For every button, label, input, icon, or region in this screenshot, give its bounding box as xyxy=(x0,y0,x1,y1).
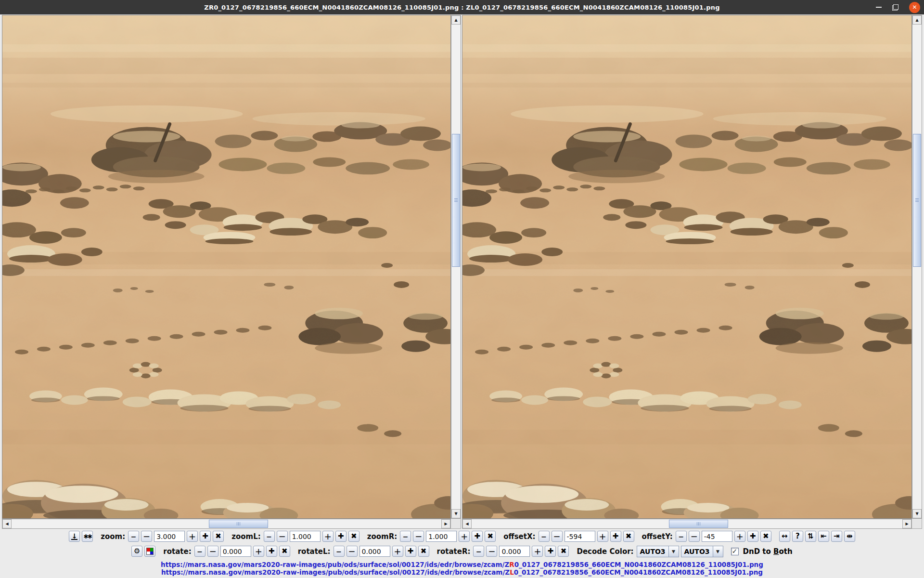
zoom-decrement-small-button[interactable]: − xyxy=(128,531,139,542)
offsetX-decrement-small-button[interactable]: − xyxy=(539,531,550,542)
right-eye-url-link[interactable]: https://mars.nasa.gov/mars2020-raw-image… xyxy=(0,561,924,568)
left-eye-url-link[interactable]: https://mars.nasa.gov/mars2020-raw-image… xyxy=(0,568,924,576)
left-horizontal-scrollbar[interactable]: ◀ ▶ xyxy=(2,519,451,529)
right-vertical-scrollbar[interactable]: ▲ ▼ xyxy=(912,15,922,519)
offsetY-reset-button[interactable]: ✖ xyxy=(760,531,771,542)
fit-button[interactable]: ✱✱ xyxy=(82,531,93,542)
dnd-to-both-checkbox[interactable]: ✓ xyxy=(731,548,739,555)
rotateL-increment-bold-button[interactable]: ✚ xyxy=(405,546,416,557)
rotateR-increment-button[interactable]: + xyxy=(532,546,543,557)
offsetY-control: offsetY: − − + ✚ ✖ xyxy=(642,531,771,542)
zoomR-decrement-button[interactable]: − xyxy=(413,531,424,542)
rotateL-control: rotateL: − − + ✚ ✖ xyxy=(298,546,429,557)
scroll-right-icon[interactable]: ▶ xyxy=(441,519,450,528)
download-button[interactable]: ↓ xyxy=(69,531,80,542)
zoomR-label: zoomR: xyxy=(367,532,398,541)
left-vertical-scrollbar[interactable]: ▲ ▼ xyxy=(451,15,461,519)
offsetX-input[interactable] xyxy=(565,531,595,542)
vertical-scroll-thumb[interactable] xyxy=(913,134,921,267)
rotateL-increment-button[interactable]: + xyxy=(392,546,403,557)
left-image-viewport[interactable] xyxy=(2,15,451,519)
rotateL-input[interactable] xyxy=(359,546,390,557)
vertical-scroll-thumb[interactable] xyxy=(452,134,460,267)
zoomL-increment-button[interactable]: + xyxy=(322,531,334,542)
zoomR-increment-bold-button[interactable]: ✚ xyxy=(472,531,483,542)
right-image-viewport[interactable] xyxy=(462,15,912,519)
maximize-icon[interactable] xyxy=(892,4,898,11)
zoomR-reset-button[interactable]: ✖ xyxy=(485,531,496,542)
horizontal-scroll-thumb[interactable] xyxy=(669,520,728,528)
zoomR-increment-button[interactable]: + xyxy=(459,531,470,542)
titlebar: ZR0_0127_0678219856_660ECM_N0041860ZCAM0… xyxy=(0,0,924,14)
help-icon[interactable]: ? xyxy=(792,531,803,542)
scroll-up-icon[interactable]: ▲ xyxy=(912,15,922,25)
rotate-decrement-button[interactable]: − xyxy=(207,546,218,557)
zoom-increment-bold-button[interactable]: ✚ xyxy=(200,531,211,542)
swap-horizontal-icon[interactable]: ↔ xyxy=(779,531,790,542)
zoom-decrement-button[interactable]: − xyxy=(141,531,152,542)
decode-color-control: Decode Color: AUTO3 ▼ AUTO3 ▼ xyxy=(577,546,723,557)
source-links: https://mars.nasa.gov/mars2020-raw-image… xyxy=(0,561,924,576)
zoom-input[interactable] xyxy=(154,531,185,542)
zoomR-decrement-small-button[interactable]: − xyxy=(400,531,411,542)
close-icon[interactable]: ✕ xyxy=(909,2,920,13)
horizontal-scroll-thumb[interactable] xyxy=(209,520,268,528)
shift-both-icon[interactable]: ⇹ xyxy=(844,531,855,542)
align-vertical-icon[interactable]: ⇅ xyxy=(805,531,816,542)
zoom-label: zoom: xyxy=(101,532,125,541)
zoom-reset-button[interactable]: ✖ xyxy=(213,531,224,542)
rotate-decrement-small-button[interactable]: − xyxy=(194,546,205,557)
zoomL-decrement-button[interactable]: − xyxy=(277,531,288,542)
rotateR-decrement-small-button[interactable]: − xyxy=(473,546,484,557)
offsetX-increment-button[interactable]: + xyxy=(597,531,608,542)
rotate-increment-button[interactable]: + xyxy=(253,546,264,557)
scroll-down-icon[interactable]: ▼ xyxy=(451,509,461,518)
scroll-left-icon[interactable]: ◀ xyxy=(2,519,12,528)
rotateL-reset-button[interactable]: ✖ xyxy=(418,546,429,557)
zoom-increment-button[interactable]: + xyxy=(187,531,198,542)
rotateL-decrement-button[interactable]: − xyxy=(346,546,358,557)
zoomL-reset-button[interactable]: ✖ xyxy=(348,531,359,542)
zoomL-decrement-small-button[interactable]: − xyxy=(264,531,275,542)
decode-color-right-select[interactable]: AUTO3 ▼ xyxy=(681,546,723,557)
color-decode-button[interactable] xyxy=(144,546,155,557)
image-area: ▲ ▼ ◀ ▶ ▲ ▼ ◀ ▶ xyxy=(0,14,924,529)
offsetY-input[interactable] xyxy=(702,531,732,542)
shift-right-icon[interactable]: ⇥ xyxy=(831,531,842,542)
offsetY-increment-button[interactable]: + xyxy=(734,531,745,542)
rotate-input[interactable] xyxy=(220,546,251,557)
offsetX-reset-button[interactable]: ✖ xyxy=(623,531,634,542)
rotateR-increment-bold-button[interactable]: ✚ xyxy=(545,546,556,557)
rotate-increment-bold-button[interactable]: ✚ xyxy=(266,546,277,557)
rotateL-decrement-small-button[interactable]: − xyxy=(334,546,345,557)
chevron-down-icon[interactable]: ▼ xyxy=(713,546,723,557)
left-image-panel: ▲ ▼ ◀ ▶ xyxy=(2,15,461,529)
zoomL-increment-bold-button[interactable]: ✚ xyxy=(335,531,346,542)
window-title: ZR0_0127_0678219856_660ECM_N0041860ZCAM0… xyxy=(0,4,924,11)
scroll-up-icon[interactable]: ▲ xyxy=(451,15,461,25)
offsetY-decrement-button[interactable]: − xyxy=(689,531,700,542)
rotateR-input[interactable] xyxy=(499,546,530,557)
shift-left-icon[interactable]: ⇤ xyxy=(818,531,829,542)
rotateR-decrement-button[interactable]: − xyxy=(486,546,497,557)
scroll-right-icon[interactable]: ▶ xyxy=(902,519,911,528)
scroll-left-icon[interactable]: ◀ xyxy=(462,519,472,528)
toolbar-row-1: ↓ ✱✱ zoom: − − + ✚ ✖ zoomL: − − + ✚ ✖ zo… xyxy=(0,529,924,544)
zoomL-control: zoomL: − − + ✚ ✖ xyxy=(231,531,359,542)
rgb-squares-icon xyxy=(146,548,154,555)
offsetY-increment-bold-button[interactable]: ✚ xyxy=(747,531,758,542)
gear-icon[interactable]: ⚙ xyxy=(131,546,142,557)
zoomL-input[interactable] xyxy=(290,531,321,542)
offsetX-increment-bold-button[interactable]: ✚ xyxy=(610,531,621,542)
chevron-down-icon[interactable]: ▼ xyxy=(668,546,679,557)
right-horizontal-scrollbar[interactable]: ◀ ▶ xyxy=(462,519,912,529)
zoomR-control: zoomR: − − + ✚ ✖ xyxy=(367,531,496,542)
zoomR-input[interactable] xyxy=(426,531,457,542)
rotate-reset-button[interactable]: ✖ xyxy=(279,546,290,557)
scroll-down-icon[interactable]: ▼ xyxy=(912,509,922,518)
minimize-icon[interactable] xyxy=(876,7,882,8)
decode-color-left-select[interactable]: AUTO3 ▼ xyxy=(637,546,679,557)
rotateR-reset-button[interactable]: ✖ xyxy=(558,546,569,557)
offsetX-decrement-button[interactable]: − xyxy=(552,531,563,542)
offsetY-decrement-small-button[interactable]: − xyxy=(676,531,687,542)
